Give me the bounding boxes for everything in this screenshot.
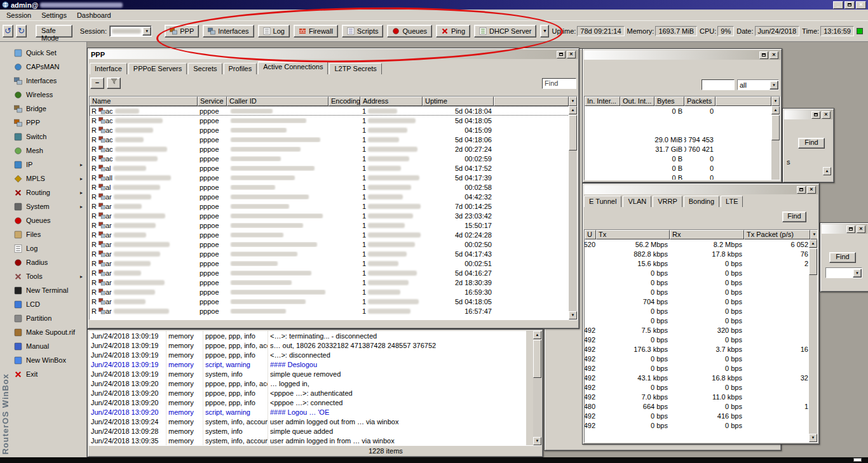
table-row[interactable]: 4920 bps0 bps: [585, 354, 817, 363]
log-row[interactable]: Jun/24/2018 13:09:20memorypppoe, ppp, in…: [89, 398, 526, 407]
table-row[interactable]: Rarpppoe100:02:50: [90, 239, 577, 249]
sidebar-item-files[interactable]: Files: [11, 227, 86, 241]
find-button[interactable]: Find: [782, 211, 806, 222]
sidebar-item-mesh[interactable]: Mesh: [11, 144, 86, 158]
sidebar-item-quick-set[interactable]: Quick Set: [11, 46, 86, 60]
column-header-address[interactable]: Address: [360, 97, 423, 106]
sidebar-item-bridge[interactable]: Bridge: [11, 102, 86, 116]
restore-button[interactable]: [797, 186, 806, 194]
scroll-up-button[interactable]: ▲: [569, 106, 577, 114]
vertical-scrollbar[interactable]: ▲: [771, 106, 780, 180]
table-row[interactable]: Racpppoe15d 04:18:05: [90, 116, 577, 125]
toolbar-button-firewall[interactable]: Firewall: [294, 25, 338, 37]
find-input[interactable]: [702, 79, 735, 90]
table-row[interactable]: 882.8 kbps17.8 kbps76: [585, 249, 817, 258]
scroll-down-button[interactable]: ▼: [809, 434, 817, 442]
table-row[interactable]: Rarpppoe15d 04:18:05: [90, 297, 577, 306]
sidebar-item-ip[interactable]: IP▸: [11, 158, 86, 171]
column-select-button[interactable]: ▼: [810, 230, 818, 239]
toolbar-button-queues[interactable]: Queues: [387, 25, 432, 37]
column-header-tx[interactable]: Tx: [596, 230, 670, 239]
restore-button[interactable]: [844, 1, 855, 9]
filter-select[interactable]: all ▼: [737, 79, 779, 90]
toolbar-button-ping[interactable]: Ping: [436, 25, 470, 37]
chevron-down-icon[interactable]: ▼: [142, 27, 151, 36]
sidebar-item-queues[interactable]: Queues: [11, 213, 86, 227]
more-buttons-dropdown[interactable]: ▼: [540, 25, 549, 37]
table-row[interactable]: 52056.2 Mbps8.2 Mbps6 052: [585, 239, 817, 249]
table-row[interactable]: Racpppoe12d 00:27:24: [90, 144, 577, 154]
scrollbar-thumb[interactable]: [771, 115, 780, 140]
vertical-scrollbar[interactable]: ▲ ▼: [809, 239, 817, 442]
table-row[interactable]: Rarpppoe14d 02:24:28: [90, 230, 577, 239]
toolbar-button-log[interactable]: Log: [258, 25, 290, 37]
close-button[interactable]: ×: [822, 111, 831, 119]
column-header-u[interactable]: U: [585, 230, 596, 239]
sidebar-item-make-supout-rif[interactable]: Make Supout.rif: [11, 325, 86, 339]
table-row[interactable]: 3829.0 MiB33 794 453: [585, 135, 780, 144]
table-row[interactable]: Rarpppoe12d 18:30:39: [90, 278, 577, 287]
tab-bonding[interactable]: Bonding: [684, 196, 719, 207]
table-row[interactable]: 0 B0: [585, 154, 780, 163]
table-row[interactable]: 4920 bps0 bps: [585, 335, 817, 344]
table-row[interactable]: 704 bps0 bps: [585, 297, 817, 306]
restore-button[interactable]: [811, 111, 820, 119]
scrollbar-thumb[interactable]: [569, 115, 577, 151]
column-header-tx-packet-p-s[interactable]: Tx Packet (p/s): [744, 230, 810, 239]
column-header-name[interactable]: Name: [90, 97, 198, 106]
table-row[interactable]: 0 bps0 bps: [585, 278, 817, 287]
sidebar-item-exit[interactable]: Exit: [11, 367, 86, 381]
column-select-button[interactable]: ▼: [771, 97, 780, 106]
column-header-packets[interactable]: Packets: [684, 97, 715, 106]
sidebar-item-tools[interactable]: Tools▸: [11, 269, 86, 283]
log-row[interactable]: Jun/24/2018 13:09:19memorypppoe, ppp, in…: [89, 340, 526, 350]
tab-vrrp[interactable]: VRRP: [653, 196, 682, 207]
sidebar-item-new-winbox[interactable]: New WinBox: [11, 353, 86, 367]
toolbar-button-dhcp-server[interactable]: DHCP Server: [474, 25, 536, 37]
column-header-out-int[interactable]: Out. Int...: [620, 97, 654, 106]
find-button[interactable]: Find: [829, 252, 856, 263]
log-row[interactable]: Jun/24/2018 13:09:24memorysystem, info, …: [89, 417, 526, 426]
undo-button[interactable]: ↺: [3, 25, 13, 37]
table-row[interactable]: Racpppoe15d 04:18:06: [90, 135, 577, 144]
toolbar-button-scripts[interactable]: Scripts: [342, 25, 384, 37]
close-button[interactable]: ×: [567, 51, 576, 58]
vertical-scrollbar[interactable]: ▲ ▼: [569, 106, 577, 319]
table-row[interactable]: Ralpppoe100:02:58: [90, 182, 577, 192]
tab-active-connections[interactable]: Active Connections: [258, 61, 328, 74]
close-button[interactable]: ×: [770, 51, 778, 59]
window-titlebar[interactable]: ×: [784, 110, 832, 119]
table-row[interactable]: Rarpppoe116:59:30: [90, 287, 577, 297]
restore-button[interactable]: [846, 225, 855, 233]
vertical-scrollbar[interactable]: ▲ ▼: [533, 331, 541, 445]
find-button[interactable]: Find: [798, 138, 825, 149]
column-header-caller-id[interactable]: Caller ID: [227, 97, 329, 106]
table-row[interactable]: Racpppoe15d 04:18:04: [90, 106, 577, 116]
log-row[interactable]: Jun/24/2018 13:09:20memorypppoe, ppp, in…: [89, 388, 526, 398]
table-row[interactable]: 31.7 GiB40 760 421: [585, 144, 780, 154]
scroll-down-button[interactable]: ▼: [533, 437, 541, 445]
sidebar-item-mpls[interactable]: MPLS▸: [11, 171, 86, 185]
column-header-uptime[interactable]: Uptime: [423, 97, 494, 106]
table-row[interactable]: 0 bps0 bps: [585, 268, 817, 278]
table-row[interactable]: 4927.0 kbps11.0 kbps: [585, 392, 817, 401]
scroll-up-button[interactable]: ▲: [809, 239, 817, 248]
log-row[interactable]: Jun/24/2018 13:09:19memorysystem, infosi…: [89, 369, 526, 379]
table-row[interactable]: 0 bps0 bps: [585, 287, 817, 297]
table-row[interactable]: Racpppoe100:02:59: [90, 154, 577, 163]
tab-lte[interactable]: LTE: [721, 196, 743, 207]
table-row[interactable]: Ralpppoe15d 04:17:52: [90, 163, 577, 173]
table-row[interactable]: Rallpppoe15d 04:17:39: [90, 173, 577, 182]
tab-secrets[interactable]: Secrets: [188, 63, 222, 74]
close-button[interactable]: ×: [807, 186, 816, 194]
table-row[interactable]: 0 B0: [585, 106, 780, 116]
restore-button[interactable]: [759, 51, 768, 59]
column-header-in-inter[interactable]: In. Inter...: [585, 97, 620, 106]
log-row[interactable]: Jun/24/2018 13:09:19memorypppoe, ppp, in…: [89, 350, 526, 359]
table-row[interactable]: Rarpppoe100:02:51: [90, 258, 577, 268]
scrollbar-thumb[interactable]: [533, 340, 541, 378]
table-row[interactable]: 480664 bps0 bps1: [585, 401, 817, 411]
table-row[interactable]: 4920 bps0 bps: [585, 382, 817, 392]
chevron-down-icon[interactable]: ▼: [853, 269, 862, 278]
log-row[interactable]: Jun/24/2018 13:09:20memorypppoe, ppp, in…: [89, 379, 526, 388]
